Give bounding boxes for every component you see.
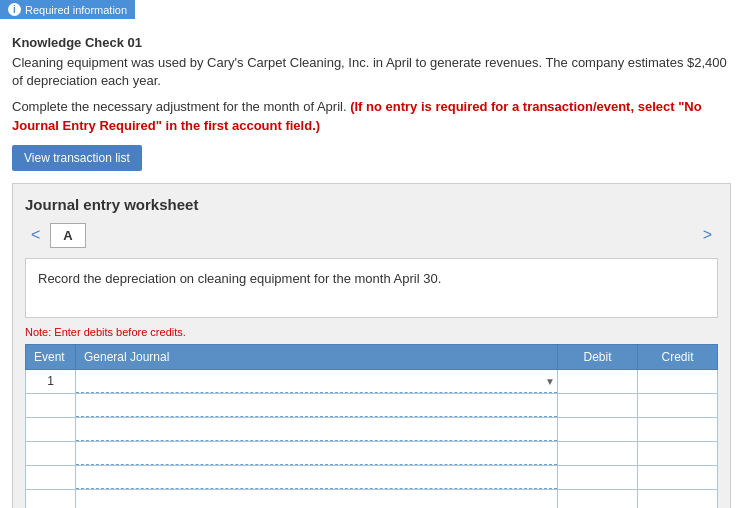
col-header-event: Event [26,344,76,369]
event-cell-5 [26,465,76,489]
note-text: Note: Enter debits before credits. [25,326,718,338]
tab-a[interactable]: A [50,223,85,248]
journal-table: Event General Journal Debit Credit 1 ▼ [25,344,718,508]
debit-input-1[interactable] [558,370,637,393]
debit-cell-2[interactable] [558,393,638,417]
top-bar: i Required information [0,0,743,19]
worksheet-title: Journal entry worksheet [25,196,718,213]
gj-cell-1[interactable]: ▼ [76,369,558,393]
debit-input-4[interactable] [558,442,637,465]
info-icon: i [8,3,21,16]
table-row [26,465,718,489]
gj-cell-2[interactable] [76,393,558,417]
col-header-credit: Credit [638,344,718,369]
credit-cell-6[interactable] [638,489,718,508]
gj-cell-6[interactable] [76,489,558,508]
col-header-debit: Debit [558,344,638,369]
credit-input-4[interactable] [638,442,717,465]
table-row [26,417,718,441]
required-info-label: Required information [25,4,127,16]
debit-cell-3[interactable] [558,417,638,441]
credit-input-1[interactable] [638,370,717,393]
credit-cell-1[interactable] [638,369,718,393]
table-row: 1 ▼ [26,369,718,393]
event-cell-3 [26,417,76,441]
credit-cell-5[interactable] [638,465,718,489]
gj-input-3[interactable] [76,418,557,441]
col-header-gj: General Journal [76,344,558,369]
debit-input-2[interactable] [558,394,637,417]
required-info-bar: i Required information [0,0,135,19]
table-row [26,441,718,465]
description-box: Record the depreciation on cleaning equi… [25,258,718,318]
debit-cell-6[interactable] [558,489,638,508]
debit-cell-1[interactable] [558,369,638,393]
credit-cell-2[interactable] [638,393,718,417]
event-cell-6 [26,489,76,508]
credit-cell-3[interactable] [638,417,718,441]
knowledge-check-title: Knowledge Check 01 [12,35,731,50]
event-cell-2 [26,393,76,417]
debit-input-6[interactable] [558,490,637,508]
credit-input-2[interactable] [638,394,717,417]
credit-input-5[interactable] [638,466,717,489]
event-cell-4 [26,441,76,465]
credit-cell-4[interactable] [638,441,718,465]
instruction-normal: Complete the necessary adjustment for th… [12,99,350,114]
credit-input-3[interactable] [638,418,717,441]
prev-arrow[interactable]: < [25,224,46,246]
event-cell-1: 1 [26,369,76,393]
gj-input-6[interactable] [76,490,557,508]
debit-input-5[interactable] [558,466,637,489]
main-content: Knowledge Check 01 Cleaning equipment wa… [0,27,743,508]
instruction-text: Complete the necessary adjustment for th… [12,98,731,134]
gj-cell-4[interactable] [76,441,558,465]
tab-nav-row: < A > [25,223,718,248]
gj-input-4[interactable] [76,442,557,465]
journal-entry-worksheet: Journal entry worksheet < A > Record the… [12,183,731,508]
gj-input-2[interactable] [76,394,557,417]
description-text: Cleaning equipment was used by Cary's Ca… [12,54,731,90]
table-row [26,489,718,508]
debit-input-3[interactable] [558,418,637,441]
debit-cell-4[interactable] [558,441,638,465]
gj-cell-3[interactable] [76,417,558,441]
credit-input-6[interactable] [638,490,717,508]
view-transaction-list-button[interactable]: View transaction list [12,145,142,171]
next-arrow[interactable]: > [697,224,718,246]
table-row [26,393,718,417]
gj-cell-5[interactable] [76,465,558,489]
gj-input-5[interactable] [76,466,557,489]
debit-cell-5[interactable] [558,465,638,489]
gj-input-1[interactable] [76,370,557,393]
